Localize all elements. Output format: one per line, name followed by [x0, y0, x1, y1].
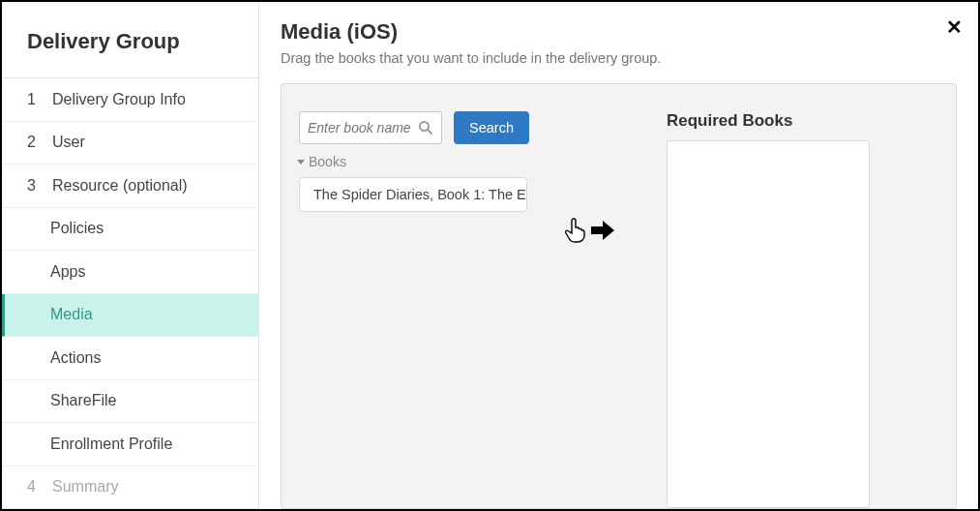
search-row: Search	[299, 111, 587, 144]
book-item[interactable]: The Spider Diaries, Book 1: The Ei…	[299, 177, 527, 212]
sub-nav-label: ShareFile	[50, 392, 116, 409]
sub-nav-actions[interactable]: Actions	[2, 337, 258, 380]
required-books-dropzone[interactable]	[667, 140, 870, 508]
books-section-toggle[interactable]: Books	[297, 154, 587, 169]
step-label: Delivery Group Info	[52, 91, 186, 108]
required-books-column: Required Books	[667, 111, 938, 491]
search-button[interactable]: Search	[454, 111, 529, 144]
sub-nav-policies[interactable]: Policies	[2, 208, 258, 252]
page-title: Media (iOS)	[281, 19, 957, 45]
search-input-wrapper[interactable]	[299, 111, 442, 144]
main-content: ✕ Media (iOS) Drag the books that you wa…	[259, 2, 978, 509]
search-icon	[418, 120, 433, 135]
hand-pointer-icon	[564, 218, 585, 243]
step-number: 4	[27, 478, 45, 496]
svg-line-1	[428, 130, 431, 134]
sub-nav-media[interactable]: Media	[2, 294, 258, 338]
sub-nav-label: Actions	[50, 349, 101, 367]
required-books-title: Required Books	[667, 111, 938, 131]
nav-step-summary[interactable]: 4 Summary	[2, 466, 258, 510]
media-panel: Search Books The Spider Diaries, Book 1:…	[281, 83, 957, 509]
arrow-right-icon	[591, 221, 614, 240]
sidebar-title: Delivery Group	[2, 2, 258, 78]
sub-nav-label: Enrollment Profile	[50, 436, 172, 453]
books-section-label: Books	[309, 154, 346, 169]
close-button[interactable]: ✕	[946, 15, 963, 39]
search-input[interactable]	[308, 120, 418, 135]
sub-nav-apps[interactable]: Apps	[2, 251, 258, 294]
nav-step-delivery-group-info[interactable]: 1 Delivery Group Info	[2, 78, 258, 122]
step-number: 1	[27, 91, 45, 108]
sub-nav-label: Policies	[50, 220, 104, 237]
sub-nav-label: Media	[50, 306, 93, 323]
close-icon: ✕	[946, 16, 963, 38]
step-number: 2	[27, 134, 45, 151]
wizard-sidebar: Delivery Group 1 Delivery Group Info 2 U…	[2, 2, 259, 509]
nav-step-user[interactable]: 2 User	[2, 122, 258, 165]
sub-nav-enrollment-profile[interactable]: Enrollment Profile	[2, 423, 258, 466]
sub-nav-sharefile[interactable]: ShareFile	[2, 380, 258, 424]
sub-nav-label: Apps	[50, 263, 85, 281]
nav-step-resource[interactable]: 3 Resource (optional)	[2, 165, 258, 208]
step-label: Resource (optional)	[52, 177, 188, 195]
dialog-frame: Delivery Group 1 Delivery Group Info 2 U…	[0, 0, 980, 511]
page-subtitle: Drag the books that you want to include …	[281, 50, 957, 66]
step-label: Summary	[52, 478, 118, 496]
book-title: The Spider Diaries, Book 1: The Ei…	[313, 187, 527, 202]
chevron-down-icon	[297, 160, 305, 165]
drag-hint	[564, 218, 614, 243]
books-source-column: Search Books The Spider Diaries, Book 1:…	[282, 84, 601, 508]
step-label: User	[52, 134, 85, 151]
step-number: 3	[27, 177, 45, 195]
